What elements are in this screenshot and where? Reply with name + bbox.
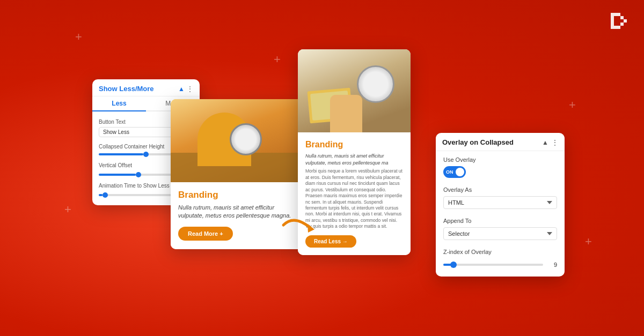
svg-rect-7: [611, 23, 614, 26]
settings-panel-header: Show Less/More ▲ ⋮: [92, 79, 200, 96]
overlay-panel-header: Overlay on Collapsed ▲ ⋮: [436, 133, 565, 151]
card-back-image: [171, 99, 306, 182]
collapsed-height-slider-fill: [99, 153, 143, 155]
z-index-label: Z-index of Overlay: [443, 249, 557, 255]
toggle-thumb: [456, 168, 464, 176]
card-front-text-intro: Nulla rutrum, mauris sit amet efficitur …: [305, 153, 403, 166]
append-to-group: Append To Selector Body Parent: [436, 212, 565, 243]
svg-rect-9: [611, 26, 614, 29]
z-index-group: Z-index of Overlay: [436, 243, 565, 262]
svg-rect-0: [611, 13, 614, 16]
collapsed-height-slider-track[interactable]: [99, 153, 173, 155]
card-front-title: Branding: [305, 140, 403, 150]
z-index-slider-track[interactable]: [443, 264, 543, 266]
svg-rect-6: [624, 19, 627, 23]
overlay-as-label: Overlay As: [443, 186, 557, 193]
svg-rect-1: [614, 13, 617, 16]
headphone-front: [357, 65, 394, 103]
use-overlay-label: Use Overlay: [443, 156, 557, 163]
overlay-panel-title: Overlay on Collapsed: [442, 138, 514, 146]
use-overlay-group: Use Overlay ON: [436, 151, 565, 181]
animation-slider-fill: [99, 194, 103, 196]
headphone: [230, 123, 262, 155]
z-index-value: 9: [548, 262, 557, 268]
overlay-as-group: Overlay As HTML CSS Image: [436, 181, 565, 212]
vertical-offset-slider-fill: [99, 174, 136, 176]
person-arm: [330, 95, 362, 132]
logo: [608, 10, 631, 33]
toggle-label: ON: [446, 169, 453, 175]
z-index-slider-row: 9: [436, 262, 565, 268]
animation-slider-track[interactable]: [99, 194, 173, 196]
svg-rect-3: [611, 16, 614, 19]
collapsed-container-label: Collapsed Container Height: [99, 144, 174, 150]
settings-panel-controls: ▲ ⋮: [178, 85, 193, 93]
vertical-offset-slider-track[interactable]: [99, 174, 173, 176]
overlay-chevron-up-icon[interactable]: ▲: [542, 139, 548, 146]
toggle-container: ON: [443, 166, 557, 178]
tab-less[interactable]: Less: [92, 96, 146, 111]
chevron-up-icon[interactable]: ▲: [178, 85, 185, 93]
collapsed-height-slider-thumb[interactable]: [143, 152, 149, 157]
settings-panel-title: Show Less/More: [99, 85, 154, 93]
read-more-button[interactable]: Read More +: [178, 227, 233, 241]
use-overlay-toggle[interactable]: ON: [443, 166, 466, 178]
animation-slider-thumb[interactable]: [103, 192, 108, 198]
svg-rect-4: [620, 16, 624, 19]
overlay-as-select[interactable]: HTML CSS Image: [443, 196, 557, 209]
overlay-dots-icon[interactable]: ⋮: [552, 139, 558, 146]
svg-rect-11: [617, 26, 620, 29]
dots-icon[interactable]: ⋮: [187, 85, 193, 93]
card-front-image: [298, 49, 411, 132]
card-back-title: Branding: [178, 190, 298, 200]
append-to-label: Append To: [443, 218, 557, 224]
overlay-panel: Overlay on Collapsed ▲ ⋮ Use Overlay ON …: [436, 133, 565, 277]
svg-rect-8: [620, 23, 624, 26]
arrow-decoration: [278, 209, 321, 243]
svg-marker-12: [308, 224, 314, 233]
append-to-select[interactable]: Selector Body Parent: [443, 227, 557, 240]
overlay-panel-controls: ▲ ⋮: [542, 139, 558, 146]
svg-rect-2: [617, 13, 620, 16]
svg-rect-10: [614, 26, 617, 29]
z-index-slider-thumb[interactable]: [450, 262, 457, 268]
vertical-offset-slider-thumb[interactable]: [136, 172, 141, 177]
svg-rect-5: [611, 19, 614, 23]
